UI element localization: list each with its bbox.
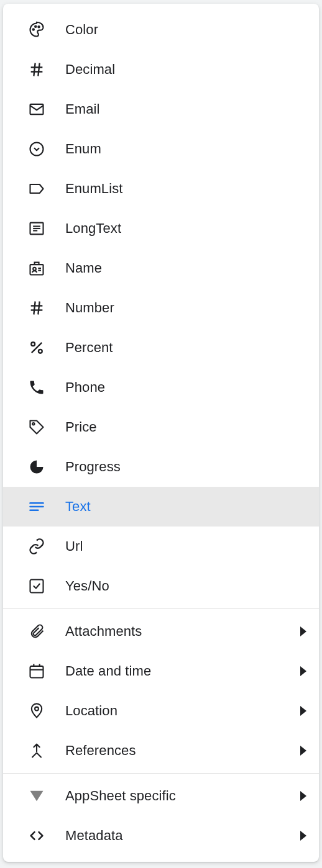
calendar-icon [28, 662, 45, 680]
menu-item-label: Yes/No [65, 578, 109, 594]
menu-item-label: Number [65, 300, 114, 316]
attachment-icon [28, 623, 45, 640]
hash-icon [28, 61, 45, 78]
chevron-right-icon [300, 706, 306, 716]
menu-item-price[interactable]: Price [3, 407, 319, 447]
menu-item-label: Email [65, 101, 100, 117]
svg-point-1 [35, 26, 36, 27]
appsheet-icon [28, 787, 45, 805]
menu-item-email[interactable]: Email [3, 89, 319, 129]
references-icon [28, 742, 45, 759]
svg-line-6 [38, 63, 39, 76]
menu-item-text[interactable]: Text [3, 487, 319, 527]
phone-icon [28, 379, 45, 396]
divider [3, 608, 319, 609]
chevron-right-icon [300, 831, 306, 841]
menu-group-location[interactable]: Location [3, 691, 319, 731]
menu-item-label: Location [65, 703, 117, 719]
menu-item-label: LongText [65, 220, 121, 237]
svg-line-19 [34, 302, 35, 315]
palette-icon [28, 21, 45, 38]
menu-item-percent[interactable]: Percent [3, 328, 319, 368]
menu-item-yesno[interactable]: Yes/No [3, 566, 319, 606]
menu-group-appsheet[interactable]: AppSheet specific [3, 776, 319, 816]
menu-item-color[interactable]: Color [3, 10, 319, 50]
svg-rect-29 [30, 666, 44, 678]
svg-line-5 [34, 63, 35, 76]
menu-item-label: AppSheet specific [65, 788, 176, 804]
menu-item-name[interactable]: Name [3, 248, 319, 288]
text-lines-icon [28, 498, 45, 515]
code-icon [28, 827, 45, 844]
hash-icon [28, 299, 45, 317]
menu-group-references[interactable]: References [3, 731, 319, 771]
percent-icon [28, 339, 45, 356]
menu-item-label: Text [65, 499, 91, 515]
menu-item-longtext[interactable]: LongText [3, 209, 319, 248]
svg-rect-28 [30, 580, 44, 593]
menu-item-number[interactable]: Number [3, 288, 319, 328]
menu-item-label: Phone [65, 379, 105, 396]
svg-line-20 [38, 302, 39, 315]
menu-item-label: Name [65, 260, 102, 276]
menu-item-decimal[interactable]: Decimal [3, 50, 319, 89]
svg-line-21 [32, 343, 42, 353]
divider [3, 773, 319, 774]
menu-group-datetime[interactable]: Date and time [3, 651, 319, 691]
svg-point-2 [38, 26, 39, 27]
link-icon [28, 538, 45, 555]
menu-group-metadata[interactable]: Metadata [3, 816, 319, 856]
menu-item-label: Percent [65, 340, 113, 356]
checkbox-icon [28, 577, 45, 595]
progress-icon [28, 458, 45, 476]
menu-item-label: Attachments [65, 623, 142, 640]
location-icon [28, 702, 45, 720]
menu-item-label: EnumList [65, 181, 123, 197]
enum-icon [28, 140, 45, 158]
email-icon [28, 101, 45, 118]
type-selector-menu: Color Decimal Email [3, 4, 319, 862]
menu-item-label: Metadata [65, 828, 123, 844]
svg-point-0 [33, 29, 34, 30]
chevron-right-icon [300, 666, 306, 676]
svg-point-23 [39, 350, 42, 353]
menu-item-progress[interactable]: Progress [3, 447, 319, 487]
menu-item-label: Color [65, 22, 98, 38]
menu-item-phone[interactable]: Phone [3, 368, 319, 407]
name-badge-icon [28, 260, 45, 277]
menu-item-url[interactable]: Url [3, 527, 319, 566]
svg-point-8 [30, 143, 44, 156]
menu-item-label: Date and time [65, 663, 151, 679]
menu-item-label: Url [65, 538, 83, 554]
menu-group-attachments[interactable]: Attachments [3, 612, 319, 651]
menu-item-label: Progress [65, 459, 121, 475]
tag-icon [28, 180, 45, 197]
svg-point-14 [33, 268, 36, 271]
menu-item-label: Decimal [65, 61, 115, 78]
svg-point-24 [32, 423, 35, 425]
svg-point-33 [35, 707, 39, 711]
longtext-icon [28, 220, 45, 237]
svg-rect-13 [30, 264, 44, 274]
price-tag-icon [28, 418, 45, 436]
menu-item-label: References [65, 743, 136, 759]
chevron-right-icon [300, 626, 306, 636]
chevron-right-icon [300, 791, 306, 801]
chevron-right-icon [300, 746, 306, 756]
menu-item-label: Enum [65, 141, 101, 157]
menu-item-enumlist[interactable]: EnumList [3, 169, 319, 209]
menu-item-enum[interactable]: Enum [3, 129, 319, 169]
menu-item-label: Price [65, 419, 97, 435]
svg-point-22 [31, 342, 35, 346]
